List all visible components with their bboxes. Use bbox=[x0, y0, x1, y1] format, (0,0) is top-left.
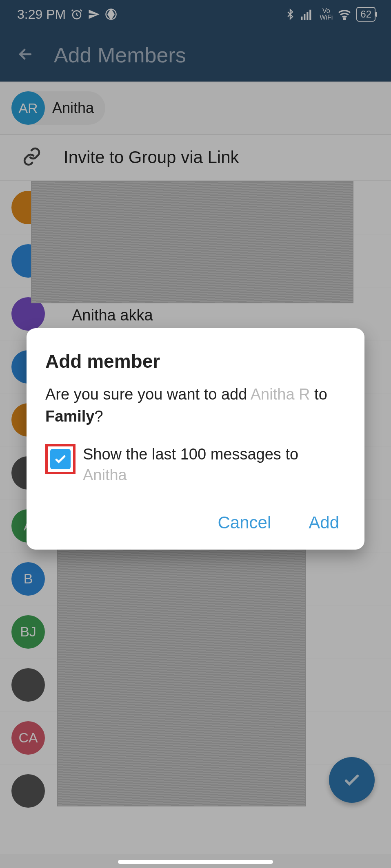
check-icon bbox=[53, 452, 67, 466]
home-indicator[interactable] bbox=[118, 860, 273, 864]
highlight-box bbox=[45, 444, 76, 474]
dialog-message: Are you sure you want to add Anitha R to… bbox=[45, 384, 346, 428]
add-member-dialog: Add member Are you sure you want to add … bbox=[27, 328, 364, 550]
dialog-title: Add member bbox=[45, 350, 346, 372]
add-button[interactable]: Add bbox=[304, 506, 343, 540]
checkbox-label: Show the last 100 messages to Anitha bbox=[83, 444, 298, 486]
show-history-checkbox[interactable] bbox=[50, 449, 71, 469]
cancel-button[interactable]: Cancel bbox=[214, 506, 275, 540]
